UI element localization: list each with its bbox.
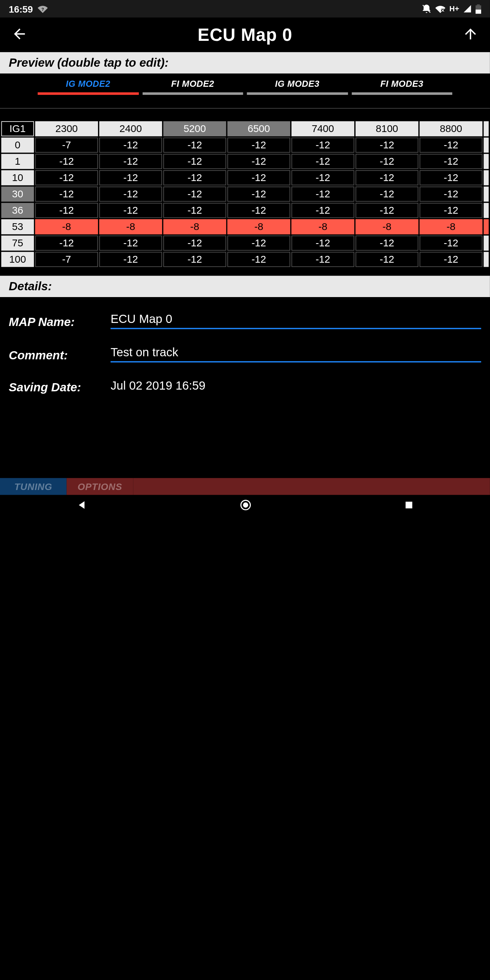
map-cell[interactable]: -12 bbox=[35, 203, 98, 218]
row-header[interactable]: 1 bbox=[2, 154, 34, 169]
map-cell[interactable]: -12 bbox=[163, 186, 226, 202]
map-cell[interactable]: -7 bbox=[35, 252, 98, 267]
map-cell[interactable]: -12 bbox=[227, 252, 290, 267]
map-cell[interactable]: -8 bbox=[99, 219, 162, 234]
map-cell[interactable]: -12 bbox=[292, 137, 355, 153]
map-cell[interactable]: -12 bbox=[292, 203, 355, 218]
map-cell[interactable]: -12 bbox=[35, 186, 98, 202]
map-cell[interactable]: -12 bbox=[356, 235, 418, 250]
map-cell[interactable]: -12 bbox=[99, 252, 162, 267]
dnd-icon bbox=[422, 4, 432, 14]
map-cell[interactable]: -12 bbox=[35, 154, 98, 169]
svg-rect-8 bbox=[406, 501, 412, 508]
tab-fi-mode3[interactable]: FI MODE3 bbox=[352, 79, 452, 95]
map-cell[interactable]: -12 bbox=[99, 235, 162, 250]
tab-ig-mode2[interactable]: IG MODE2 bbox=[38, 79, 138, 95]
map-cell[interactable]: -12 bbox=[35, 170, 98, 185]
nav-home-icon[interactable] bbox=[239, 499, 252, 511]
map-cell[interactable]: -12 bbox=[356, 137, 418, 153]
map-name-field[interactable]: ECU Map 0 bbox=[111, 312, 481, 329]
map-cell[interactable]: -12 bbox=[227, 154, 290, 169]
row-header[interactable]: 75 bbox=[2, 235, 34, 250]
tuning-tab[interactable]: TUNING bbox=[0, 478, 67, 495]
tab-fi-mode2[interactable]: FI MODE2 bbox=[142, 79, 243, 95]
map-cell[interactable]: -12 bbox=[292, 252, 355, 267]
map-cell[interactable]: -8 bbox=[227, 219, 290, 234]
upload-button[interactable] bbox=[460, 23, 481, 47]
nav-recent-icon[interactable] bbox=[404, 500, 414, 510]
map-table[interactable]: IG123002400520065007400810088000-7-12-12… bbox=[0, 108, 490, 268]
map-cell[interactable]: -12 bbox=[292, 154, 355, 169]
map-cell[interactable]: -12 bbox=[163, 203, 226, 218]
map-cell[interactable]: -12 bbox=[99, 137, 162, 153]
network-label: H+ bbox=[449, 5, 459, 13]
map-cell[interactable]: -12 bbox=[99, 203, 162, 218]
options-tab[interactable]: OPTIONS bbox=[67, 478, 134, 495]
map-cell[interactable]: -12 bbox=[356, 154, 418, 169]
tab-ig-mode3[interactable]: IG MODE3 bbox=[247, 79, 347, 95]
map-cell[interactable]: -12 bbox=[420, 203, 482, 218]
map-cell[interactable]: -12 bbox=[227, 235, 290, 250]
col-header[interactable]: 6500 bbox=[227, 121, 290, 136]
map-cell[interactable]: -12 bbox=[99, 186, 162, 202]
map-cell[interactable]: -12 bbox=[99, 154, 162, 169]
col-header[interactable]: 8800 bbox=[420, 121, 482, 136]
map-cell[interactable]: -12 bbox=[356, 170, 418, 185]
map-cell[interactable]: -12 bbox=[163, 137, 226, 153]
map-cell[interactable]: -12 bbox=[420, 252, 482, 267]
map-cell[interactable]: -12 bbox=[163, 154, 226, 169]
comment-field[interactable]: Test on track bbox=[111, 345, 481, 363]
map-cell[interactable]: -8 bbox=[163, 219, 226, 234]
map-cell[interactable]: -7 bbox=[35, 137, 98, 153]
map-cell[interactable]: -12 bbox=[163, 252, 226, 267]
signal-icon bbox=[463, 5, 472, 13]
map-cell[interactable]: -12 bbox=[227, 137, 290, 153]
bottom-tabs: TUNING OPTIONS bbox=[0, 478, 490, 495]
map-cell[interactable]: -12 bbox=[35, 235, 98, 250]
col-header[interactable]: 5200 bbox=[163, 121, 226, 136]
details-section-header: Details: bbox=[0, 275, 490, 297]
map-cell[interactable]: -8 bbox=[292, 219, 355, 234]
map-cell[interactable]: -12 bbox=[227, 186, 290, 202]
saving-date-value: Jul 02 2019 16:59 bbox=[111, 379, 481, 395]
col-header[interactable]: 8100 bbox=[356, 121, 418, 136]
col-header[interactable]: 2400 bbox=[99, 121, 162, 136]
row-header[interactable]: 36 bbox=[2, 203, 34, 218]
col-header[interactable]: 2300 bbox=[35, 121, 98, 136]
status-time: 16:59 bbox=[9, 3, 33, 14]
table-corner: IG1 bbox=[2, 121, 34, 136]
svg-rect-5 bbox=[477, 4, 480, 5]
map-cell[interactable]: -12 bbox=[292, 170, 355, 185]
row-header[interactable]: 53 bbox=[2, 219, 34, 234]
map-cell[interactable]: -12 bbox=[420, 137, 482, 153]
map-cell[interactable]: -12 bbox=[99, 170, 162, 185]
nav-back-icon[interactable] bbox=[76, 500, 87, 511]
row-header[interactable]: 0 bbox=[2, 137, 34, 153]
map-cell[interactable]: -12 bbox=[356, 186, 418, 202]
map-cell[interactable]: -12 bbox=[292, 235, 355, 250]
map-cell[interactable]: -12 bbox=[420, 186, 482, 202]
col-header[interactable]: 7400 bbox=[292, 121, 355, 136]
map-cell[interactable]: -12 bbox=[420, 170, 482, 185]
row-header[interactable]: 100 bbox=[2, 252, 34, 267]
map-cell[interactable]: -12 bbox=[420, 235, 482, 250]
map-cell[interactable]: -8 bbox=[356, 219, 418, 234]
map-cell[interactable]: -8 bbox=[420, 219, 482, 234]
details-panel: MAP Name: ECU Map 0 Comment: Test on tra… bbox=[0, 297, 490, 426]
back-button[interactable] bbox=[9, 23, 30, 47]
map-cell[interactable]: -12 bbox=[292, 186, 355, 202]
svg-point-7 bbox=[243, 502, 248, 508]
status-bar: 16:59 ? H+ bbox=[0, 0, 490, 18]
android-nav-bar bbox=[0, 495, 490, 515]
map-cell[interactable]: -8 bbox=[35, 219, 98, 234]
svg-rect-4 bbox=[476, 9, 481, 13]
map-cell[interactable]: -12 bbox=[356, 203, 418, 218]
map-cell[interactable]: -12 bbox=[420, 154, 482, 169]
map-cell[interactable]: -12 bbox=[163, 235, 226, 250]
map-cell[interactable]: -12 bbox=[227, 170, 290, 185]
map-cell[interactable]: -12 bbox=[163, 170, 226, 185]
map-cell[interactable]: -12 bbox=[227, 203, 290, 218]
row-header[interactable]: 10 bbox=[2, 170, 34, 185]
map-cell[interactable]: -12 bbox=[356, 252, 418, 267]
row-header[interactable]: 30 bbox=[2, 186, 34, 202]
